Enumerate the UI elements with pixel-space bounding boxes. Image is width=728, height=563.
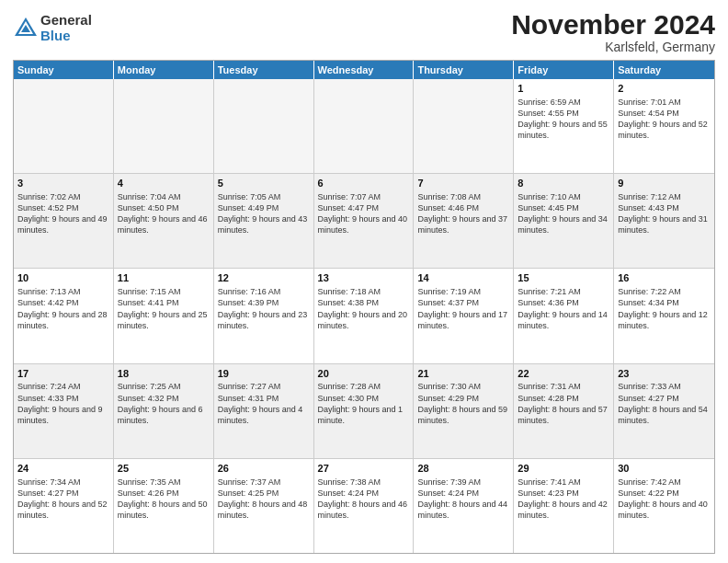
cell-info: Sunrise: 7:07 AM Sunset: 4:47 PM Dayligh… [318, 191, 410, 236]
header: General Blue November 2024 Karlsfeld, Ge… [13, 9, 715, 54]
cal-cell-1-5: 8Sunrise: 7:10 AM Sunset: 4:45 PM Daylig… [514, 174, 614, 268]
day-number: 28 [417, 462, 509, 476]
cell-info: Sunrise: 7:08 AM Sunset: 4:46 PM Dayligh… [417, 191, 509, 236]
calendar: SundayMondayTuesdayWednesdayThursdayFrid… [13, 60, 715, 554]
cal-cell-4-2: 26Sunrise: 7:37 AM Sunset: 4:25 PM Dayli… [214, 459, 314, 553]
cal-cell-4-1: 25Sunrise: 7:35 AM Sunset: 4:26 PM Dayli… [114, 459, 214, 553]
day-number: 12 [218, 271, 310, 285]
cal-cell-1-0: 3Sunrise: 7:02 AM Sunset: 4:52 PM Daylig… [14, 174, 114, 268]
cell-info: Sunrise: 7:37 AM Sunset: 4:25 PM Dayligh… [218, 477, 310, 522]
logo-general-text: General [40, 13, 92, 29]
day-header-saturday: Saturday [614, 61, 714, 79]
cell-info: Sunrise: 7:24 AM Sunset: 4:33 PM Dayligh… [17, 381, 109, 426]
cal-cell-0-3 [314, 79, 415, 173]
day-number: 3 [17, 177, 109, 190]
day-number: 1 [518, 82, 609, 96]
day-number: 18 [118, 367, 210, 381]
cell-info: Sunrise: 7:35 AM Sunset: 4:26 PM Dayligh… [118, 477, 210, 522]
cell-info: Sunrise: 7:30 AM Sunset: 4:29 PM Dayligh… [417, 381, 509, 426]
cell-info: Sunrise: 7:22 AM Sunset: 4:34 PM Dayligh… [618, 286, 711, 331]
cal-cell-2-0: 10Sunrise: 7:13 AM Sunset: 4:42 PM Dayli… [14, 269, 114, 362]
cal-cell-3-4: 21Sunrise: 7:30 AM Sunset: 4:29 PM Dayli… [414, 364, 514, 458]
cell-info: Sunrise: 7:18 AM Sunset: 4:38 PM Dayligh… [318, 286, 410, 331]
day-number: 16 [618, 271, 711, 285]
cell-info: Sunrise: 7:21 AM Sunset: 4:36 PM Dayligh… [518, 286, 609, 331]
cal-cell-1-2: 5Sunrise: 7:05 AM Sunset: 4:49 PM Daylig… [214, 174, 314, 268]
day-number: 4 [118, 177, 210, 190]
cal-cell-3-3: 20Sunrise: 7:28 AM Sunset: 4:30 PM Dayli… [314, 364, 415, 458]
cal-cell-0-6: 2Sunrise: 7:01 AM Sunset: 4:54 PM Daylig… [614, 79, 714, 173]
cal-cell-2-5: 15Sunrise: 7:21 AM Sunset: 4:36 PM Dayli… [514, 269, 614, 362]
day-header-wednesday: Wednesday [314, 61, 415, 79]
cell-info: Sunrise: 7:38 AM Sunset: 4:24 PM Dayligh… [318, 477, 410, 522]
day-number: 13 [318, 271, 410, 285]
cal-cell-0-4 [414, 79, 514, 173]
calendar-row-3: 17Sunrise: 7:24 AM Sunset: 4:33 PM Dayli… [14, 364, 714, 459]
cell-info: Sunrise: 7:28 AM Sunset: 4:30 PM Dayligh… [318, 381, 410, 426]
calendar-row-1: 3Sunrise: 7:02 AM Sunset: 4:52 PM Daylig… [14, 174, 714, 269]
day-number: 9 [618, 177, 711, 190]
day-number: 26 [218, 462, 310, 476]
cal-cell-0-0 [14, 79, 114, 173]
cal-cell-2-2: 12Sunrise: 7:16 AM Sunset: 4:39 PM Dayli… [214, 269, 314, 362]
cell-info: Sunrise: 7:41 AM Sunset: 4:23 PM Dayligh… [518, 477, 609, 522]
cell-info: Sunrise: 7:16 AM Sunset: 4:39 PM Dayligh… [218, 286, 310, 331]
cal-cell-2-6: 16Sunrise: 7:22 AM Sunset: 4:34 PM Dayli… [614, 269, 714, 362]
logo-blue-text: Blue [40, 29, 92, 44]
cell-info: Sunrise: 7:34 AM Sunset: 4:27 PM Dayligh… [17, 477, 109, 522]
cal-cell-1-1: 4Sunrise: 7:04 AM Sunset: 4:50 PM Daylig… [114, 174, 214, 268]
day-number: 8 [518, 177, 609, 190]
cell-info: Sunrise: 7:27 AM Sunset: 4:31 PM Dayligh… [218, 381, 310, 426]
cal-cell-3-5: 22Sunrise: 7:31 AM Sunset: 4:28 PM Dayli… [514, 364, 614, 458]
day-number: 14 [417, 271, 509, 285]
month-title: November 2024 [511, 9, 715, 40]
cell-info: Sunrise: 7:01 AM Sunset: 4:54 PM Dayligh… [618, 97, 711, 142]
calendar-header: SundayMondayTuesdayWednesdayThursdayFrid… [14, 61, 714, 79]
logo-icon [13, 16, 39, 41]
day-number: 24 [17, 462, 109, 476]
day-number: 11 [118, 271, 210, 285]
day-header-sunday: Sunday [14, 61, 114, 79]
logo-text: General Blue [40, 13, 92, 43]
cal-cell-1-3: 6Sunrise: 7:07 AM Sunset: 4:47 PM Daylig… [314, 174, 415, 268]
cal-cell-0-2 [214, 79, 314, 173]
day-header-monday: Monday [114, 61, 214, 79]
calendar-body: 1Sunrise: 6:59 AM Sunset: 4:55 PM Daylig… [14, 79, 714, 553]
cal-cell-0-1 [114, 79, 214, 173]
cal-cell-3-0: 17Sunrise: 7:24 AM Sunset: 4:33 PM Dayli… [14, 364, 114, 458]
cal-cell-2-3: 13Sunrise: 7:18 AM Sunset: 4:38 PM Dayli… [314, 269, 415, 362]
page: General Blue November 2024 Karlsfeld, Ge… [0, 0, 728, 563]
cell-info: Sunrise: 7:39 AM Sunset: 4:24 PM Dayligh… [417, 477, 509, 522]
cell-info: Sunrise: 7:02 AM Sunset: 4:52 PM Dayligh… [17, 191, 109, 236]
day-number: 2 [618, 82, 711, 96]
cell-info: Sunrise: 7:12 AM Sunset: 4:43 PM Dayligh… [618, 191, 711, 236]
cal-cell-4-4: 28Sunrise: 7:39 AM Sunset: 4:24 PM Dayli… [414, 459, 514, 553]
day-number: 15 [518, 271, 609, 285]
day-header-friday: Friday [514, 61, 614, 79]
logo: General Blue [13, 13, 92, 43]
day-number: 25 [118, 462, 210, 476]
cal-cell-2-1: 11Sunrise: 7:15 AM Sunset: 4:41 PM Dayli… [114, 269, 214, 362]
cal-cell-3-1: 18Sunrise: 7:25 AM Sunset: 4:32 PM Dayli… [114, 364, 214, 458]
cell-info: Sunrise: 7:13 AM Sunset: 4:42 PM Dayligh… [17, 286, 109, 331]
cell-info: Sunrise: 7:04 AM Sunset: 4:50 PM Dayligh… [118, 191, 210, 236]
cell-info: Sunrise: 7:19 AM Sunset: 4:37 PM Dayligh… [417, 286, 509, 331]
cal-cell-1-4: 7Sunrise: 7:08 AM Sunset: 4:46 PM Daylig… [414, 174, 514, 268]
day-number: 23 [618, 367, 711, 381]
cal-cell-2-4: 14Sunrise: 7:19 AM Sunset: 4:37 PM Dayli… [414, 269, 514, 362]
cal-cell-3-6: 23Sunrise: 7:33 AM Sunset: 4:27 PM Dayli… [614, 364, 714, 458]
cell-info: Sunrise: 7:25 AM Sunset: 4:32 PM Dayligh… [118, 381, 210, 426]
day-number: 30 [618, 462, 711, 476]
cell-info: Sunrise: 7:15 AM Sunset: 4:41 PM Dayligh… [118, 286, 210, 331]
cal-cell-4-0: 24Sunrise: 7:34 AM Sunset: 4:27 PM Dayli… [14, 459, 114, 553]
day-number: 19 [218, 367, 310, 381]
cell-info: Sunrise: 7:05 AM Sunset: 4:49 PM Dayligh… [218, 191, 310, 236]
cal-cell-4-6: 30Sunrise: 7:42 AM Sunset: 4:22 PM Dayli… [614, 459, 714, 553]
day-number: 21 [417, 367, 509, 381]
calendar-row-4: 24Sunrise: 7:34 AM Sunset: 4:27 PM Dayli… [14, 459, 714, 553]
day-number: 17 [17, 367, 109, 381]
cal-cell-3-2: 19Sunrise: 7:27 AM Sunset: 4:31 PM Dayli… [214, 364, 314, 458]
cal-cell-4-5: 29Sunrise: 7:41 AM Sunset: 4:23 PM Dayli… [514, 459, 614, 553]
cal-cell-0-5: 1Sunrise: 6:59 AM Sunset: 4:55 PM Daylig… [514, 79, 614, 173]
cell-info: Sunrise: 7:33 AM Sunset: 4:27 PM Dayligh… [618, 381, 711, 426]
